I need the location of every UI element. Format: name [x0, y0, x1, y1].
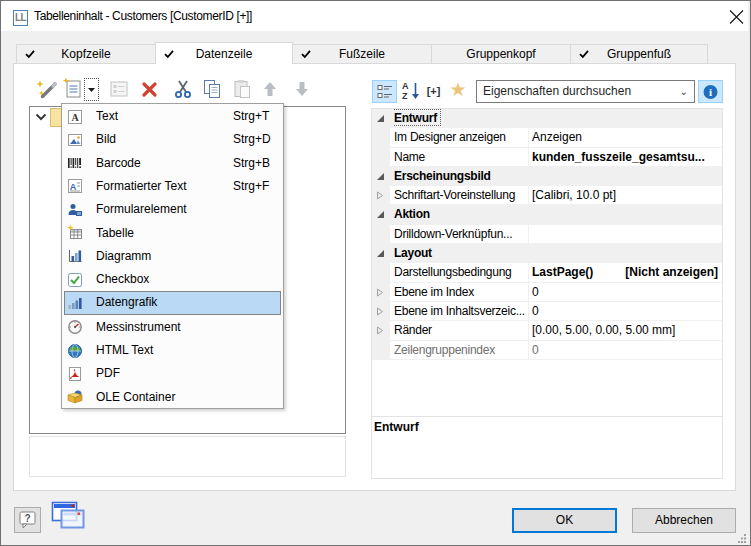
menu-item-diagramm[interactable]: Diagramm — [63, 245, 282, 268]
delete-icon[interactable] — [138, 77, 162, 101]
properties-icon[interactable] — [107, 77, 131, 101]
window-preview-icon[interactable] — [50, 500, 86, 534]
check-icon — [164, 49, 174, 59]
property-description-title: Entwurf — [374, 420, 419, 434]
prop-row-ebene-im-inhaltsverzeichnis[interactable]: Ebene im Inhaltsverzeic... 0 — [372, 302, 722, 321]
expand-icon[interactable] — [376, 288, 384, 297]
menu-item-messinstrument[interactable]: Messinstrument — [63, 316, 282, 339]
svg-text:i: i — [709, 86, 712, 98]
sort-alphabetical-icon[interactable]: AZ — [401, 80, 422, 102]
collapse-icon[interactable] — [376, 114, 385, 123]
combobox-dropdown-icon[interactable]: ⌄ — [680, 81, 688, 102]
expand-all-icon[interactable]: [+] — [423, 80, 444, 102]
title-bar: LL Tabelleninhalt - Customers [CustomerI… — [1, 1, 748, 31]
cancel-button[interactable]: Abbrechen — [632, 508, 736, 533]
globe-icon — [67, 343, 83, 359]
menu-item-checkbox[interactable]: Checkbox — [63, 268, 282, 291]
menu-item-formatierter-text[interactable]: A Formatierter Text Strg+F — [63, 175, 282, 198]
window-title: Tabelleninhalt - Customers [CustomerID [… — [34, 1, 252, 31]
close-icon — [723, 5, 749, 29]
svg-text:A: A — [71, 111, 79, 122]
expand-icon[interactable] — [376, 326, 384, 335]
group-row-aktion[interactable]: Aktion — [372, 205, 722, 224]
move-down-icon[interactable] — [290, 77, 314, 101]
prop-row-drilldown[interactable]: Drilldown-Verknüpfun... — [372, 225, 722, 244]
prop-row-darstellungsbedingung[interactable]: Darstellungsbedingung LastPage() [Nicht … — [372, 263, 722, 282]
check-icon — [301, 49, 311, 59]
copy-icon[interactable] — [200, 77, 224, 101]
prop-row-im-designer-anzeigen[interactable]: Im Designer anzeigen Anzeigen — [372, 128, 722, 147]
menu-item-html-text[interactable]: HTML Text — [63, 339, 282, 362]
resize-grip[interactable] — [737, 533, 747, 543]
ole-container-icon — [67, 389, 83, 405]
formatted-text-icon: A — [67, 178, 83, 194]
tab-gruppenkopf[interactable]: Gruppenkopf — [431, 44, 571, 63]
move-up-icon[interactable] — [258, 77, 282, 101]
new-element-dropdown-arrow[interactable] — [84, 78, 99, 101]
expand-icon[interactable] — [376, 307, 384, 316]
search-placeholder: Eigenschaften durchsuchen — [483, 81, 631, 102]
collapse-icon[interactable] — [376, 210, 385, 219]
svg-text:A: A — [402, 81, 409, 91]
table-icon — [67, 225, 83, 241]
categorized-view-button[interactable] — [372, 80, 397, 103]
help-button[interactable]: ? — [14, 507, 41, 533]
dialog-tabelleninhalt: LL Tabelleninhalt - Customers [CustomerI… — [0, 0, 751, 546]
menu-item-text[interactable]: A Text Strg+T — [63, 105, 282, 128]
categorized-icon — [373, 81, 397, 103]
prop-row-name[interactable]: Name kunden_fusszeile_gesamtsu... — [372, 148, 722, 167]
app-logo-icon: LL — [13, 10, 28, 26]
barcode-icon — [67, 155, 83, 171]
prop-row-zeilengruppenindex[interactable]: Zeilengruppenindex 0 — [372, 341, 722, 360]
svg-text:Z: Z — [402, 91, 408, 101]
paste-icon[interactable] — [230, 77, 254, 101]
check-icon — [579, 49, 589, 59]
group-row-layout[interactable]: Layout — [372, 244, 722, 263]
group-row-entwurf[interactable]: Entwurf — [372, 109, 722, 128]
checkbox-icon — [67, 272, 83, 288]
pdf-icon — [67, 366, 83, 382]
menu-item-ole-container[interactable]: OLE Container — [63, 386, 282, 409]
new-element-icon[interactable] — [61, 77, 85, 101]
prop-row-raender[interactable]: Ränder [0.00, 5.00, 0.00, 5.00 mm] — [372, 321, 722, 340]
secondary-list — [29, 436, 346, 477]
info-button[interactable]: i — [698, 80, 723, 103]
data-graphic-icon — [67, 295, 83, 311]
favorites-star-icon[interactable]: ★ — [447, 78, 469, 102]
insert-element-menu: A Text Strg+T Bild Strg+D Barcode Strg+B… — [61, 103, 284, 409]
gauge-icon — [67, 319, 83, 335]
check-icon — [25, 49, 35, 59]
collapse-icon[interactable] — [376, 249, 385, 258]
wizard-wand-icon[interactable] — [35, 77, 59, 101]
menu-item-tabelle[interactable]: Tabelle — [63, 222, 282, 245]
property-grid: Entwurf Im Designer anzeigen Anzeigen Na… — [371, 108, 723, 479]
tab-datenzeile[interactable]: Datenzeile — [155, 42, 293, 64]
image-icon — [67, 132, 83, 148]
expand-icon[interactable] — [376, 191, 384, 200]
prop-row-schriftart-voreinstellung[interactable]: Schriftart-Voreinstellung [Calibri, 10.0… — [372, 186, 722, 205]
property-search-combobox[interactable]: Eigenschaften durchsuchen ⌄ — [476, 80, 695, 103]
menu-item-datengrafik[interactable]: Datengrafik — [64, 291, 281, 314]
cut-icon[interactable] — [171, 77, 195, 101]
group-row-erscheinungsbild[interactable]: Erscheinungsbild — [372, 167, 722, 186]
menu-item-formularelement[interactable]: Formularelement — [63, 198, 282, 221]
tab-kopfzeile[interactable]: Kopfzeile — [16, 44, 156, 63]
ok-button[interactable]: OK — [512, 508, 617, 533]
svg-text:?: ? — [24, 513, 30, 524]
menu-item-pdf[interactable]: PDF — [63, 362, 282, 385]
menu-item-bild[interactable]: Bild Strg+D — [63, 128, 282, 151]
chart-icon — [67, 248, 83, 264]
text-icon: A — [67, 109, 83, 125]
form-element-icon — [67, 202, 83, 218]
tab-gruppenfuss[interactable]: Gruppenfuß — [570, 44, 708, 63]
help-icon: ? — [15, 508, 40, 532]
svg-text:A: A — [70, 182, 77, 192]
tab-fusszeile[interactable]: Fußzeile — [292, 44, 432, 63]
info-icon: i — [699, 81, 722, 103]
chevron-down-icon[interactable] — [35, 113, 47, 122]
menu-item-barcode[interactable]: Barcode Strg+B — [63, 152, 282, 175]
prop-row-ebene-im-index[interactable]: Ebene im Index 0 — [372, 283, 722, 302]
collapse-icon[interactable] — [376, 172, 385, 181]
description-separator — [372, 416, 722, 417]
close-button[interactable] — [723, 5, 749, 29]
